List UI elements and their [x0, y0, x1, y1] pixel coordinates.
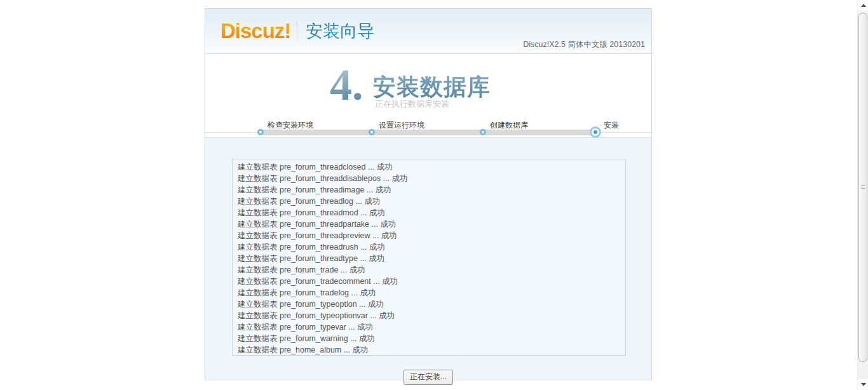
step-circle-icon [369, 129, 375, 135]
install-log-line: 建立数据表 pre_forum_tradelog ... 成功 [238, 287, 620, 299]
install-log-line: 建立数据表 pre_forum_threadpreview ... 成功 [238, 230, 620, 241]
wizard-title: 安装向导 [306, 20, 374, 43]
scroll-up-button[interactable] [858, 0, 868, 11]
install-log-line: 建立数据表 pre_forum_threadpartake ... 成功 [238, 219, 620, 230]
step-circle-icon [480, 129, 486, 135]
step-label: 设置运行环境 [379, 120, 424, 131]
install-log-line: 建立数据表 pre_forum_threadclosed ... 成功 [238, 161, 620, 173]
install-log-line: 建立数据表 pre_forum_threadlog ... 成功 [238, 196, 620, 207]
install-log-line: 建立数据表 pre_forum_threadtype ... 成功 [238, 253, 620, 264]
step-label: 安装 [604, 120, 619, 131]
page-subtitle: 正在执行数据库安装 [375, 98, 449, 110]
brand-row: Discuz! 安装向导 [220, 19, 374, 43]
install-log-line: 建立数据表 pre_forum_warning ... 成功 [238, 333, 620, 344]
scroll-up-arrow-icon [861, 4, 866, 7]
install-log-line: 建立数据表 pre_forum_threadmod ... 成功 [238, 207, 620, 219]
step-circle-icon [257, 129, 264, 135]
install-log-line: 建立数据表 pre_forum_threaddisablepos ... 成功 [238, 173, 620, 184]
version-label: Discuz!X2.5 简体中文版 20130201 [523, 39, 645, 50]
install-log-line: 建立数据表 pre_forum_typeoptionvar ... 成功 [238, 310, 620, 321]
brand-divider [297, 22, 297, 41]
step-label: 创建数据库 [490, 120, 528, 131]
scrollbar-thumb[interactable] [858, 13, 867, 362]
step-label: 检查安装环境 [268, 120, 313, 131]
scroll-down-arrow-icon [861, 383, 866, 386]
installing-button[interactable]: 正在安装... [403, 370, 453, 385]
install-log-line: 建立数据表 pre_forum_threadimage ... 成功 [238, 184, 620, 196]
discuz-logo: Discuz! [220, 19, 290, 43]
vertical-scrollbar[interactable] [857, 0, 868, 390]
scroll-down-button[interactable] [858, 379, 868, 390]
button-row: 正在安装... [205, 370, 651, 385]
install-log-line: 建立数据表 pre_forum_threadrush ... 成功 [238, 241, 620, 253]
install-log-line: 建立数据表 pre_forum_typeoption ... 成功 [238, 299, 620, 310]
scrollbar-grip-icon [861, 185, 865, 189]
install-log-line: 建立数据表 pre_forum_tradecomment ... 成功 [238, 276, 620, 287]
install-log-line: 建立数据表 pre_forum_typevar ... 成功 [238, 321, 620, 333]
step-number: 4. [330, 63, 363, 107]
install-log-line: 建立数据表 pre_home_album ... 成功 [238, 344, 620, 356]
install-log-line: 建立数据表 pre_forum_trade ... 成功 [238, 264, 620, 276]
install-log-section: 建立数据表 pre_forum_threadclosed ... 成功建立数据表… [205, 137, 651, 380]
install-wizard-window: Discuz! 安装向导 Discuz!X2.5 简体中文版 20130201 … [205, 8, 652, 380]
wizard-header: Discuz! 安装向导 Discuz!X2.5 简体中文版 20130201 [205, 9, 651, 54]
install-log-box[interactable]: 建立数据表 pre_forum_threadclosed ... 成功建立数据表… [232, 159, 626, 356]
step-circle-icon [592, 128, 599, 136]
